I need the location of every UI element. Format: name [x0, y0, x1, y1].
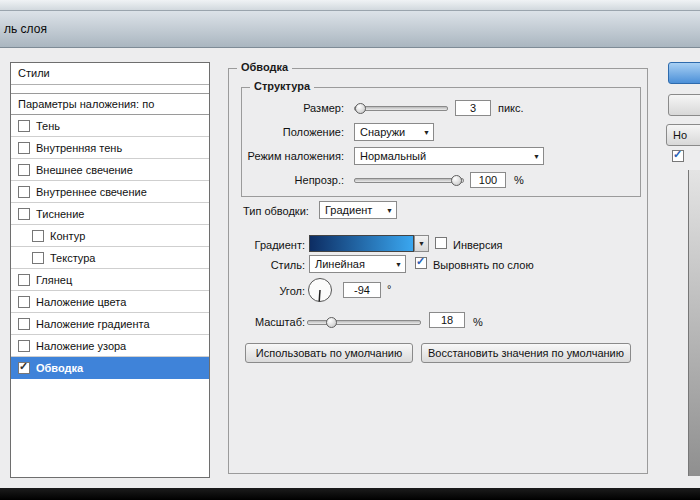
- angle-value[interactable]: -94: [343, 282, 381, 298]
- style-item-bevel-emboss[interactable]: Тиснение: [11, 203, 209, 225]
- angle-unit: °: [387, 283, 391, 295]
- angle-label: Угол:: [229, 285, 305, 297]
- dialog-title: ль слоя: [4, 11, 47, 48]
- style-item-outer-glow[interactable]: Внешнее свечение: [11, 159, 209, 181]
- cancel-button[interactable]: [668, 94, 700, 116]
- opacity-slider-thumb[interactable]: [451, 175, 462, 186]
- position-value: Снаружи: [360, 126, 405, 138]
- style-checkbox[interactable]: [18, 164, 30, 176]
- style-checkbox[interactable]: [18, 208, 30, 220]
- ok-button[interactable]: [668, 62, 700, 84]
- chevron-down-icon: ▼: [423, 124, 430, 141]
- style-checkbox[interactable]: [32, 252, 44, 264]
- style-item-label: Глянец: [36, 274, 72, 286]
- gradient-label: Градиент:: [229, 239, 305, 251]
- size-slider[interactable]: [354, 106, 448, 111]
- style-item-label: Контур: [50, 230, 85, 242]
- stroke-group-title: Обводка: [237, 61, 292, 73]
- style-item-stroke[interactable]: Обводка: [11, 357, 209, 379]
- reset-default-button[interactable]: Восстановить значения по умолчанию: [421, 343, 631, 363]
- style-checkbox[interactable]: [32, 230, 44, 242]
- style-item-drop-shadow[interactable]: Тень: [11, 115, 209, 137]
- style-item-label: Тиснение: [36, 208, 84, 220]
- size-slider-thumb[interactable]: [355, 103, 366, 114]
- style-item-label: Наложение узора: [36, 340, 126, 352]
- style-checkbox[interactable]: [18, 318, 30, 330]
- reverse-checkbox[interactable]: [435, 237, 447, 249]
- chevron-down-icon: ▼: [386, 202, 393, 219]
- opacity-slider[interactable]: [354, 178, 464, 183]
- dialog-titlebar[interactable]: ль слоя: [0, 11, 700, 48]
- style-item-label: Внутренняя тень: [36, 142, 122, 154]
- angle-dial[interactable]: [307, 277, 333, 303]
- align-with-layer-label: Выровнять по слою: [433, 259, 534, 271]
- gradient-picker-arrow[interactable]: ▼: [414, 235, 429, 252]
- opacity-unit: %: [514, 174, 524, 186]
- screen: ль слоя Стили Параметры наложения: по ум…: [0, 0, 700, 500]
- styles-panel: Стили Параметры наложения: по умолчанию …: [10, 62, 210, 478]
- preview-thumbnail-edge: [688, 170, 700, 476]
- reverse-label: Инверсия: [453, 239, 503, 251]
- structure-group-title: Структура: [250, 80, 314, 92]
- style-item-pattern-overlay[interactable]: Наложение узора: [11, 335, 209, 357]
- gradient-style-value: Линейная: [315, 258, 365, 270]
- scale-unit: %: [473, 316, 483, 328]
- fill-type-value: Градиент: [325, 204, 372, 216]
- style-checkbox[interactable]: [18, 340, 30, 352]
- blend-mode-label: Режим наложения:: [242, 150, 344, 162]
- fill-type-label: Тип обводки:: [243, 205, 309, 217]
- blending-options-item[interactable]: Параметры наложения: по умолчанию: [11, 93, 209, 115]
- style-checkbox[interactable]: [18, 120, 30, 132]
- fill-type-dropdown[interactable]: Градиент ▼: [319, 201, 397, 219]
- style-checkbox[interactable]: [18, 142, 30, 154]
- opacity-value[interactable]: 100: [470, 172, 506, 188]
- desktop-background: [0, 488, 700, 500]
- styles-header-label: Стили: [18, 67, 50, 79]
- blend-mode-value: Нормальный: [360, 150, 426, 162]
- style-item-label: Обводка: [36, 362, 83, 374]
- style-item-label: Тень: [36, 120, 60, 132]
- style-checkbox[interactable]: [18, 296, 30, 308]
- position-dropdown[interactable]: Снаружи ▼: [354, 123, 434, 141]
- blend-mode-dropdown[interactable]: Нормальный ▼: [354, 147, 544, 165]
- gradient-style-dropdown[interactable]: Линейная ▼: [309, 255, 406, 273]
- style-item-label: Внешнее свечение: [36, 164, 133, 176]
- style-item-inner-shadow[interactable]: Внутренняя тень: [11, 137, 209, 159]
- stroke-settings-group: Обводка Структура Размер: 3 пикс. Положе…: [228, 68, 648, 474]
- new-style-button[interactable]: Но: [666, 124, 700, 146]
- style-item-label: Внутреннее свечение: [36, 186, 147, 198]
- structure-group: Структура Размер: 3 пикс. Положение: Сна…: [241, 87, 641, 197]
- style-item-contour[interactable]: Контур: [11, 225, 209, 247]
- layer-style-dialog: Стили Параметры наложения: по умолчанию …: [0, 48, 700, 488]
- preview-checkbox[interactable]: [672, 150, 684, 162]
- style-checkbox[interactable]: [18, 186, 30, 198]
- align-with-layer-checkbox[interactable]: [415, 257, 427, 269]
- style-item-texture[interactable]: Текстура: [11, 247, 209, 269]
- styles-header-item[interactable]: Стили: [11, 63, 209, 85]
- size-label: Размер:: [242, 102, 344, 114]
- gradient-swatch[interactable]: [309, 235, 414, 252]
- chevron-down-icon: ▼: [395, 256, 402, 273]
- position-label: Положение:: [242, 126, 344, 138]
- style-item-gradient-overlay[interactable]: Наложение градиента: [11, 313, 209, 335]
- style-item-inner-glow[interactable]: Внутреннее свечение: [11, 181, 209, 203]
- window-chrome-top: [0, 0, 700, 11]
- style-item-color-overlay[interactable]: Наложение цвета: [11, 291, 209, 313]
- style-checkbox[interactable]: [18, 274, 30, 286]
- style-checkbox[interactable]: [18, 362, 30, 374]
- angle-dial-icon: [307, 277, 333, 303]
- style-label: Стиль:: [229, 259, 305, 271]
- style-item-satin[interactable]: Глянец: [11, 269, 209, 291]
- scale-slider-thumb[interactable]: [326, 317, 337, 328]
- style-item-label: Текстура: [50, 252, 95, 264]
- size-unit: пикс.: [498, 102, 524, 114]
- size-value[interactable]: 3: [455, 100, 491, 116]
- style-item-label: Наложение градиента: [36, 318, 150, 330]
- style-list: Тень Внутренняя тень Внешнее свечение Вн…: [11, 115, 209, 379]
- scale-label: Масштаб:: [229, 316, 305, 328]
- opacity-label: Непрозр.:: [242, 174, 344, 186]
- make-default-button[interactable]: Использовать по умолчанию: [245, 343, 413, 363]
- scale-value[interactable]: 18: [429, 312, 465, 328]
- chevron-down-icon: ▼: [533, 148, 540, 165]
- scale-slider[interactable]: [307, 320, 421, 325]
